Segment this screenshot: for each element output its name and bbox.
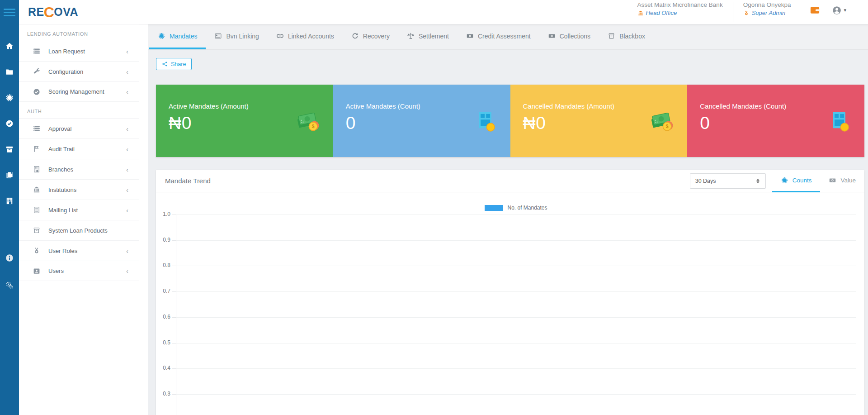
date-range-select[interactable]: 30 Days — [690, 173, 766, 189]
tab-settlement[interactable]: Settlement — [398, 24, 458, 49]
check-circle-icon[interactable] — [5, 119, 14, 128]
check-circle-icon — [33, 88, 41, 96]
view-tab-value[interactable]: Value — [820, 170, 864, 192]
banknote-icon — [548, 32, 556, 40]
chevron-left-icon: ‹ — [126, 68, 128, 75]
logo-c: C — [44, 8, 55, 17]
tab-label: Settlement — [419, 33, 449, 40]
chart-legend[interactable]: No. of Mandates — [176, 205, 856, 211]
sidebar-item-loan-request[interactable]: Loan Request ‹ — [19, 41, 139, 61]
sidebar-item-institutions[interactable]: Institutions ‹ — [19, 179, 139, 200]
tab-label: Credit Assessment — [478, 33, 531, 40]
home-icon[interactable] — [5, 42, 14, 51]
tab-blackbox[interactable]: Blackbox — [599, 24, 654, 49]
checkered-flag-icon — [33, 145, 41, 153]
recova-logo[interactable]: RECOVA — [28, 5, 78, 19]
tab-collections[interactable]: Collections — [539, 24, 599, 49]
wallet-icon[interactable] — [810, 5, 820, 15]
banknote-icon — [829, 176, 836, 184]
mandate-trend-panel: Mandate Trend 30 Days Counts Value — [156, 170, 864, 415]
org-branch[interactable]: Head Office — [646, 10, 677, 16]
y-axis-tick-mark — [172, 317, 176, 318]
sidebar-item-system-loan-products[interactable]: System Loan Products — [19, 220, 139, 240]
chevron-left-icon: ‹ — [126, 186, 128, 193]
tab-label: Recovery — [363, 33, 390, 40]
sidebar-item-user-roles[interactable]: User Roles ‹ — [19, 240, 139, 261]
sidebar-item-approval[interactable]: Approval ‹ — [19, 118, 139, 138]
money-coin-icon: $ — [649, 108, 675, 134]
view-tab-counts[interactable]: Counts — [772, 170, 821, 192]
grid-line — [176, 343, 856, 343]
sidebar-item-label: User Roles — [48, 248, 77, 254]
chevron-left-icon: ‹ — [126, 146, 128, 153]
chevron-left-icon: ‹ — [126, 267, 128, 274]
sidebar-item-scoring-management[interactable]: Scoring Management ‹ — [19, 81, 139, 102]
grid-line — [176, 291, 856, 292]
y-axis-tick-label: 0.9 — [156, 237, 170, 243]
books-icon[interactable] — [5, 171, 14, 180]
refresh-icon — [351, 32, 359, 40]
card-active-mandates-amount: Active Mandates (Amount) ₦0 $ — [156, 85, 333, 157]
panel-title: Mandate Trend — [165, 177, 211, 185]
tab-linked-accounts[interactable]: Linked Accounts — [268, 24, 343, 49]
y-axis-tick-mark — [172, 291, 176, 292]
card-cancelled-mandates-amount: Cancelled Mandates (Amount) ₦0 $ — [510, 85, 688, 157]
folder-icon[interactable] — [5, 67, 14, 76]
tab-credit-assessment[interactable]: Credit Assessment — [458, 24, 539, 49]
bank-icon — [33, 186, 41, 194]
y-axis-tick-label: 0.8 — [156, 262, 170, 268]
share-nodes-icon — [162, 61, 168, 67]
y-axis-tick-label: 0.3 — [156, 391, 170, 397]
y-axis-tick-mark — [172, 343, 176, 343]
tab-label: Bvn Linking — [226, 33, 259, 40]
list-icon — [33, 124, 41, 133]
user-role[interactable]: Super Admin — [752, 10, 786, 16]
select-arrows-icon — [755, 178, 760, 184]
sidebar-item-configuration[interactable]: Configuration ‹ — [19, 61, 139, 81]
medal-icon — [743, 10, 750, 16]
grid-line — [176, 394, 856, 395]
y-axis-tick-label: 1.0 — [156, 211, 170, 217]
tab-bvn-linking[interactable]: Bvn Linking — [206, 24, 267, 49]
chevron-left-icon: ‹ — [126, 166, 128, 173]
sidebar-gutter — [139, 24, 148, 415]
hamburger-menu-icon[interactable] — [0, 0, 19, 24]
seal-icon — [781, 176, 788, 184]
archive-box-icon[interactable] — [5, 145, 14, 154]
y-axis-tick-mark — [172, 240, 176, 241]
sidebar-item-label: Approval — [48, 125, 71, 132]
svg-text:$: $ — [311, 124, 314, 129]
share-button[interactable]: Share — [156, 58, 192, 70]
tab-mandates[interactable]: Mandates — [149, 24, 206, 49]
grid-line — [176, 317, 856, 318]
archive-box-outline-icon — [33, 226, 41, 234]
date-range-value: 30 Days — [695, 178, 716, 184]
sidebar-item-label: Users — [48, 267, 64, 274]
tab-label: Linked Accounts — [288, 33, 334, 40]
sidebar-item-mailing-list[interactable]: Mailing List ‹ — [19, 200, 139, 220]
mandate-trend-chart: No. of Mandates 1.00.90.80.70.60.50.40.3 — [156, 192, 864, 415]
sidebar-item-audit-trail[interactable]: Audit Trail ‹ — [19, 138, 139, 159]
grid-line — [176, 215, 856, 215]
tab-label: Mandates — [170, 33, 197, 40]
sidebar-item-label: Institutions — [48, 186, 76, 193]
sidebar-item-label: Branches — [48, 166, 73, 173]
gears-icon[interactable] — [5, 281, 14, 290]
sidebar-item-branches[interactable]: Branches ‹ — [19, 159, 139, 179]
tab-recovery[interactable]: Recovery — [343, 24, 398, 49]
sidebar-item-users[interactable]: Users ‹ — [19, 261, 139, 281]
info-icon[interactable] — [5, 253, 14, 262]
seal-icon[interactable] — [5, 93, 14, 102]
sidebar-item-label: Configuration — [48, 68, 83, 75]
user-menu[interactable]: ▾ — [832, 5, 846, 15]
y-axis-tick-mark — [172, 368, 176, 369]
caret-down-icon: ▾ — [844, 7, 846, 13]
tab-label: Collections — [560, 33, 590, 40]
building-icon[interactable] — [5, 196, 14, 205]
chevron-left-icon: ‹ — [126, 248, 128, 254]
sidebar: RECOVA LENDING AUTOMATION Loan Request ‹… — [19, 0, 139, 415]
user-name: Ogonna Onyekpa — [743, 1, 791, 8]
wrench-icon — [33, 67, 41, 76]
y-axis-tick-label: 0.6 — [156, 314, 170, 320]
topbar: Asset Matrix Microfinance Bank Head Offi… — [139, 0, 868, 24]
